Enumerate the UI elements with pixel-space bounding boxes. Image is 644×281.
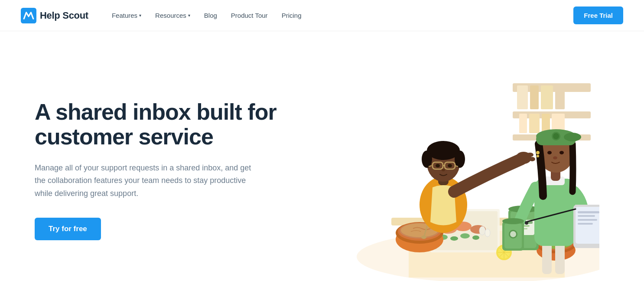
logo-text: Help Scout [40,10,88,21]
svg-point-23 [472,235,479,240]
svg-point-64 [455,150,465,168]
helpscout-logo-icon [21,8,36,23]
nav-item-resources[interactable]: Resources ▾ [149,8,196,23]
svg-point-22 [460,233,470,239]
svg-point-93 [547,151,552,154]
svg-point-21 [450,236,458,241]
svg-point-74 [527,153,533,157]
main-nav: Features ▾ Resources ▾ Blog Product Tour… [106,8,573,23]
svg-point-70 [436,164,440,167]
nav-item-product-tour[interactable]: Product Tour [225,8,274,23]
svg-rect-9 [529,114,540,133]
svg-point-95 [553,157,557,160]
svg-rect-6 [555,85,565,109]
hero-subtitle: Manage all of your support requests in a… [35,162,260,200]
svg-rect-4 [530,85,539,109]
svg-point-63 [422,150,432,168]
features-dropdown-arrow: ▾ [139,13,141,18]
svg-point-101 [502,218,524,224]
svg-point-92 [553,133,559,139]
svg-point-25 [485,229,490,237]
nav-item-features[interactable]: Features ▾ [106,8,147,23]
svg-point-72 [442,169,445,171]
svg-point-32 [421,235,426,239]
svg-point-103 [510,231,516,237]
site-header: Help Scout Features ▾ Resources ▾ Blog P… [0,0,644,31]
resources-dropdown-arrow: ▾ [188,13,190,18]
hero-content: A shared inbox built for customer servic… [35,100,295,240]
logo-link[interactable]: Help Scout [21,8,88,23]
svg-point-94 [559,151,564,154]
try-for-free-button[interactable]: Try for free [35,218,101,240]
svg-point-90 [564,133,581,141]
svg-rect-3 [517,85,528,109]
hero-illustration [295,57,609,281]
hero-title: A shared inbox built for customer servic… [35,100,295,149]
free-trial-button[interactable]: Free Trial [573,7,623,24]
hero-section: A shared inbox built for customer servic… [0,31,644,281]
svg-rect-85 [578,223,593,225]
svg-point-75 [529,157,535,161]
svg-rect-5 [541,85,553,109]
svg-point-96 [536,151,540,154]
svg-rect-84 [578,219,597,221]
svg-point-105 [525,221,528,225]
svg-point-71 [448,164,452,167]
nav-item-pricing[interactable]: Pricing [276,8,308,23]
hero-illustration-svg [305,57,599,281]
svg-rect-83 [578,215,595,217]
svg-point-97 [537,155,539,157]
svg-rect-82 [578,211,599,213]
svg-point-24 [479,226,485,235]
svg-rect-8 [519,114,527,133]
nav-item-blog[interactable]: Blog [198,8,223,23]
